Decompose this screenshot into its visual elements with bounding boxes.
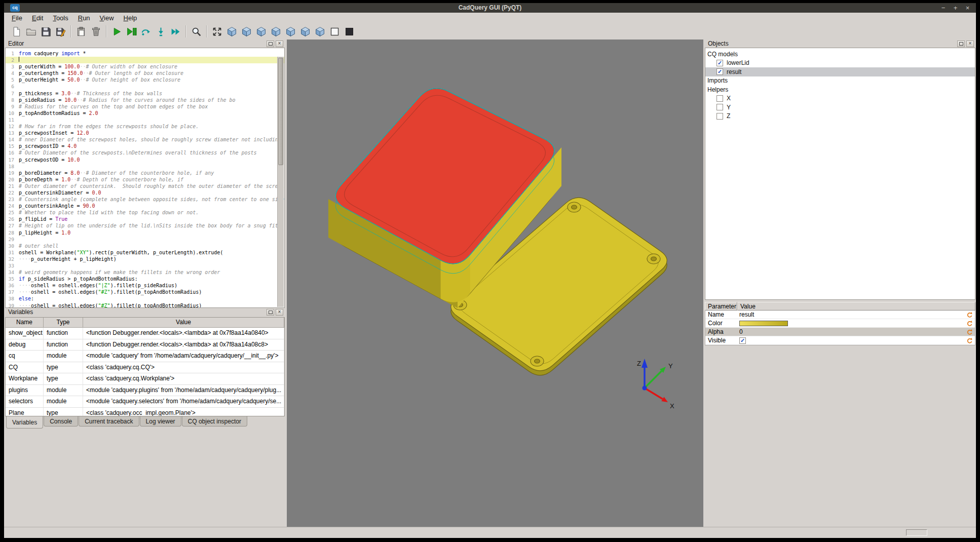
column-header-name[interactable]: Name <box>6 318 44 328</box>
scrollbar-thumb[interactable] <box>278 58 283 165</box>
menu-edit[interactable]: Edit <box>27 13 48 23</box>
menu-view[interactable]: View <box>95 13 119 23</box>
shaded-button[interactable] <box>342 24 357 38</box>
param-row-color[interactable]: Color <box>705 319 975 328</box>
view-top-button[interactable] <box>298 24 313 38</box>
code-line[interactable]: 16# Outer Diameter of the screwposts.\nD… <box>6 149 284 156</box>
param-row-name[interactable]: Nameresult <box>705 311 975 319</box>
close-button[interactable]: × <box>964 4 971 12</box>
table-row[interactable]: pluginsmodule<module 'cadquery.plugins' … <box>6 385 284 397</box>
render-button[interactable] <box>109 24 124 38</box>
code-line[interactable]: 21# Outer diameter of countersink. Shoul… <box>6 183 284 189</box>
checkbox[interactable]: ✓ <box>717 68 723 75</box>
code-line[interactable]: 39····oshell = oshell.edges("#Z").fillet… <box>6 302 284 308</box>
code-line[interactable]: 38else: <box>6 295 284 302</box>
table-row[interactable]: selectorsmodule<module 'cadquery.selecto… <box>6 396 284 408</box>
table-row[interactable]: Planetype<class 'cadquery.occ_impl.geom.… <box>6 408 284 417</box>
code-editor[interactable]: 1from cadquery import *23p_outerWidth = … <box>5 48 285 308</box>
tree-item-imports[interactable]: Imports <box>705 76 975 86</box>
viewport-3d[interactable]: Z Y X <box>287 40 703 527</box>
menu-file[interactable]: File <box>7 13 27 23</box>
reset-button[interactable] <box>964 320 975 327</box>
code-line[interactable]: 12# How far in from the edges the screwp… <box>6 123 284 130</box>
checkbox[interactable] <box>717 104 723 110</box>
code-line[interactable]: 30# outer shell <box>6 243 284 249</box>
code-line[interactable]: 3p_outerWidth = 100.0··# Outer width of … <box>6 63 284 70</box>
zoom-button[interactable] <box>189 24 204 38</box>
save-button[interactable] <box>39 24 53 38</box>
code-line[interactable]: 9# Radius for the curves on the top and … <box>6 103 284 110</box>
code-line[interactable]: 19p_boreDiameter = 8.0··# Diameter of th… <box>6 170 284 176</box>
code-line[interactable]: 33 <box>6 262 284 269</box>
param-row-visible[interactable]: Visible✓ <box>705 336 975 345</box>
fit-view-button[interactable] <box>210 24 224 38</box>
copy-button[interactable] <box>74 24 89 38</box>
tree-item-helpers[interactable]: Helpers <box>705 85 975 94</box>
tab-variables[interactable]: Variables <box>6 416 43 429</box>
menu-tools[interactable]: Tools <box>48 13 73 23</box>
code-line[interactable]: 4p_outerLength = 150.0··# Outer length o… <box>6 70 284 76</box>
tree-item-y[interactable]: Y <box>705 103 975 112</box>
float-panel-button[interactable] <box>267 309 274 316</box>
open-file-button[interactable] <box>24 24 39 38</box>
table-row[interactable]: CQtype<class 'cadquery.cq.CQ'> <box>6 362 284 374</box>
tab-cq-object-inspector[interactable]: CQ object inspector <box>182 416 247 427</box>
code-line[interactable]: 27# Height of lip on the underside of th… <box>6 222 284 229</box>
checkbox[interactable] <box>717 113 723 120</box>
table-row[interactable]: show_objectfunction<function Debugger.re… <box>6 328 284 339</box>
code-line[interactable]: 20p_boreDepth = 1.0··# Depth of the coun… <box>6 176 284 183</box>
code-line[interactable]: 8p_sideRadius = 10.0··# Radius for the c… <box>6 97 284 103</box>
code-line[interactable]: 26p_flipLid = True <box>6 216 284 222</box>
tab-current-traceback[interactable]: Current traceback <box>79 416 139 427</box>
code-line[interactable]: 23# Countersink angle (complete angle be… <box>6 196 284 203</box>
table-row[interactable]: cqmodule<module 'cadquery' from '/home/a… <box>6 351 284 362</box>
checkbox[interactable] <box>717 95 723 102</box>
close-panel-button[interactable]: × <box>276 41 283 47</box>
minimize-button[interactable]: − <box>940 4 947 12</box>
code-line[interactable]: 7p_thickness = 3.0··# Thickness of the b… <box>6 90 284 97</box>
view-iso-button[interactable] <box>224 24 239 38</box>
delete-button[interactable] <box>89 24 103 38</box>
code-line[interactable]: 6 <box>6 83 284 90</box>
menu-run[interactable]: Run <box>73 13 95 23</box>
visible-checkbox[interactable]: ✓ <box>739 337 746 344</box>
new-file-button[interactable] <box>9 24 24 38</box>
tree-item-x[interactable]: X <box>705 94 975 103</box>
tree-item-z[interactable]: Z <box>705 112 975 121</box>
save-as-button[interactable] <box>53 24 68 38</box>
close-panel-button[interactable]: × <box>966 41 974 47</box>
code-line[interactable]: 22p_countersinkDiameter = 0.0 <box>6 189 284 196</box>
float-panel-button[interactable] <box>267 41 274 47</box>
tab-log-viewer[interactable]: Log viewer <box>140 416 181 427</box>
tree-item-cq-models[interactable]: CQ models <box>705 50 975 59</box>
code-line[interactable]: 1from cadquery import * <box>6 50 284 57</box>
code-line[interactable]: 32····p_outerHeight + p_lipHeight) <box>6 256 284 262</box>
view-front-button[interactable] <box>239 24 254 38</box>
code-line[interactable]: 31oshell = Workplane("XY").rect(p_outerW… <box>6 249 284 256</box>
menu-help[interactable]: Help <box>119 13 142 23</box>
tree-item-result[interactable]: ✓result <box>705 67 975 76</box>
code-line[interactable]: 5p_outerHeight = 50.0··# Outer height of… <box>6 76 284 83</box>
step-over-button[interactable] <box>139 24 154 38</box>
float-panel-button[interactable] <box>957 41 965 47</box>
param-row-alpha[interactable]: Alpha0 <box>705 328 975 336</box>
tab-console[interactable]: Console <box>44 416 78 427</box>
table-row[interactable]: Workplanetype<class 'cadquery.cq.Workpla… <box>6 373 284 385</box>
code-line[interactable]: 28p_lipHeight = 1.0 <box>6 229 284 236</box>
reset-button[interactable] <box>964 337 975 344</box>
table-row[interactable]: debugfunction<function Debugger.render.<… <box>6 339 284 351</box>
code-line[interactable]: 36····oshell = oshell.edges("|Z").fillet… <box>6 282 284 289</box>
maximize-button[interactable]: + <box>952 4 959 12</box>
code-line[interactable]: 35if p_sideRadius > p_topAndBottomRadius… <box>6 276 284 282</box>
code-line[interactable]: 18 <box>6 163 284 170</box>
color-swatch[interactable] <box>739 321 788 326</box>
column-header-value[interactable]: Value <box>83 318 284 328</box>
close-panel-button[interactable]: × <box>276 309 283 316</box>
view-back-button[interactable] <box>254 24 269 38</box>
code-line[interactable]: 10p_topAndBottomRadius = 2.0 <box>6 110 284 117</box>
editor-scrollbar[interactable] <box>277 57 284 307</box>
code-line[interactable]: 14# nner Diameter of the screwpost holes… <box>6 136 284 143</box>
column-header-type[interactable]: Type <box>44 318 83 328</box>
continue-button[interactable] <box>168 24 183 38</box>
status-size-grip[interactable] <box>906 529 927 536</box>
